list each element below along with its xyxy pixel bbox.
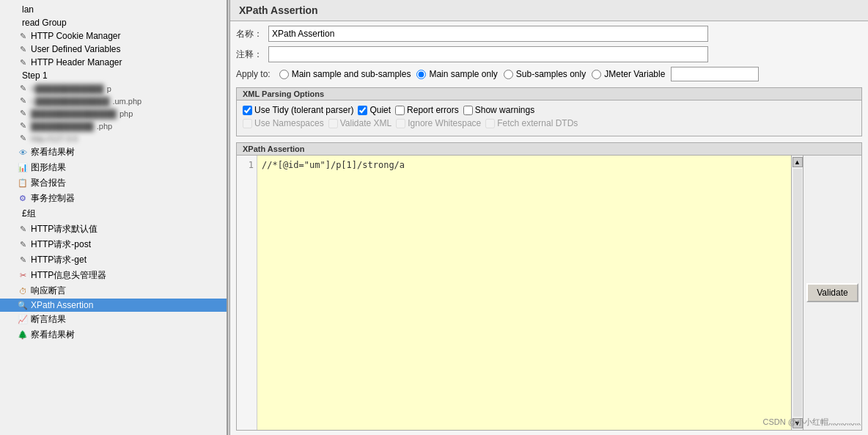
line-number-1: 1 — [240, 158, 254, 172]
xml-parsing-section: XML Parsing Options Use Tidy (tolerant p… — [236, 87, 862, 136]
comment-input[interactable] — [268, 46, 708, 62]
xpath-expression: //*[@id="um"]/p[1]/strong/a — [262, 160, 405, 170]
sidebar-item-http-req-post[interactable]: ✎ HTTP请求-post — [0, 237, 227, 252]
sidebar-item-graph-1[interactable]: 📊 图形结果 — [0, 160, 227, 175]
sidebar-item-http-req-5[interactable]: ✎ http://127.0.0 — [0, 132, 227, 145]
sidebar-item-http-header[interactable]: ✎ HTTP Header Manager — [0, 56, 227, 69]
cb-show-warnings[interactable]: Show warnings — [463, 105, 534, 115]
sidebar-item-label: 察看结果树 — [31, 329, 75, 341]
scrollbar-down-btn[interactable]: ▼ — [792, 418, 803, 428]
radio-main-only-input[interactable] — [416, 70, 426, 79]
pencil-icon: ✎ — [18, 45, 28, 54]
eye-icon: 👁 — [18, 148, 28, 157]
cb-ignore-whitespace-label: Ignore Whitespace — [408, 118, 481, 128]
chart-icon: 📊 — [18, 163, 28, 172]
cb-quiet[interactable]: Quiet — [358, 105, 391, 115]
validate-button[interactable]: Validate — [806, 283, 858, 302]
cb-validate-xml: Validate XML — [328, 118, 391, 128]
cb-report-errors[interactable]: Report errors — [395, 105, 459, 115]
sidebar-item-http-req-1[interactable]: ✎ h████████████ p — [0, 82, 227, 95]
sidebar: lan read Group ✎ HTTP Cookie Manager ✎ U… — [0, 0, 227, 435]
sidebar-item-user-vars[interactable]: ✎ User Defined Variables — [0, 43, 227, 56]
cb-report-errors-input[interactable] — [395, 106, 405, 115]
sidebar-item-http-req-default[interactable]: ✎ HTTP请求默认值 — [0, 222, 227, 237]
sidebar-item-http-req-3[interactable]: ✎ ███████████████ php — [0, 107, 227, 120]
line-numbers: 1 — [237, 156, 257, 430]
sidebar-item-transaction-1[interactable]: ⚙ 事务控制器 — [0, 191, 227, 206]
sidebar-item-http-req-4[interactable]: ✎ ███████████ .php — [0, 120, 227, 132]
cb-validate-xml-input — [328, 119, 338, 128]
sidebar-item-label: 事务控制器 — [31, 192, 75, 205]
sidebar-item-aggregate-1[interactable]: 📋 聚合报告 — [0, 175, 227, 191]
sidebar-item-label: 响应断言 — [31, 285, 66, 297]
sidebar-item-label: 断言结果 — [31, 313, 66, 326]
sidebar-item-read-group[interactable]: read Group — [0, 16, 227, 29]
pencil-icon: ✎ — [18, 58, 28, 67]
xpath-section-title: XPath Assertion — [237, 143, 861, 156]
report-icon: 📋 — [18, 178, 28, 188]
xpath-editor-area: 1 //*[@id="um"]/p[1]/strong/a ▲ ▼ Valida… — [237, 156, 861, 430]
radio-main-sub-input[interactable] — [279, 70, 289, 79]
sidebar-item-label: User Defined Variables — [31, 44, 121, 54]
name-row: 名称： XPath Assertion — [236, 26, 862, 42]
sidebar-item-http-info-header[interactable]: ✂ HTTP信息头管理器 — [0, 268, 227, 283]
radio-jmeter-var-input[interactable] — [592, 70, 601, 79]
sidebar-item-label-blurred: http://127.0.0 — [31, 134, 78, 143]
sidebar-item-http-req-get[interactable]: ✎ HTTP请求-get — [0, 252, 227, 268]
cb-ignore-whitespace-input — [396, 119, 405, 128]
editor-content[interactable]: //*[@id="um"]/p[1]/strong/a — [257, 156, 791, 430]
radio-sub-only[interactable]: Sub-samples only — [504, 69, 586, 79]
pencil-icon: ✎ — [18, 255, 28, 265]
sidebar-item-label: 图形结果 — [31, 161, 66, 174]
sidebar-item-group[interactable]: £组 — [0, 206, 227, 222]
sidebar-item-assert-results[interactable]: 📈 断言结果 — [0, 312, 227, 327]
cb-use-namespaces: Use Namespaces — [243, 118, 324, 128]
radio-sub-only-input[interactable] — [504, 70, 513, 79]
pencil-icon: ✎ — [18, 134, 28, 143]
pencil-icon: ✎ — [18, 96, 28, 106]
radio-jmeter-var[interactable]: JMeter Variable — [592, 69, 665, 79]
sidebar-item-response-assert[interactable]: ⏱ 响应断言 — [0, 283, 227, 299]
sidebar-item-label-blurred: ███████████ — [31, 122, 94, 131]
radio-main-only[interactable]: Main sample only — [416, 69, 497, 79]
scrollbar-up-btn[interactable]: ▲ — [792, 157, 803, 167]
radio-sub-only-label: Sub-samples only — [516, 69, 586, 79]
sidebar-item-http-cookie[interactable]: ✎ HTTP Cookie Manager — [0, 29, 227, 43]
xml-section-title: XML Parsing Options — [237, 88, 861, 100]
sidebar-item-label: XPath Assertion — [31, 300, 93, 310]
sidebar-item-label: lan — [22, 4, 34, 15]
cb-use-tidy[interactable]: Use Tidy (tolerant parser) — [243, 105, 353, 115]
sidebar-item-suffix: p — [107, 84, 111, 93]
cb-use-tidy-label: Use Tidy (tolerant parser) — [254, 105, 353, 115]
pencil-icon: ✎ — [18, 32, 28, 41]
cb-ignore-whitespace: Ignore Whitespace — [396, 118, 481, 128]
cb-quiet-input[interactable] — [358, 106, 367, 115]
sidebar-item-http-req-2[interactable]: ✎ L█████████████ .um.php — [0, 95, 227, 107]
radio-main-only-label: Main sample only — [429, 69, 497, 79]
comment-label: 注释： — [236, 48, 265, 61]
sidebar-item-label: HTTP请求-post — [31, 238, 91, 251]
comment-row: 注释： — [236, 46, 862, 62]
name-input[interactable]: XPath Assertion — [268, 26, 708, 42]
radio-main-sub[interactable]: Main sample and sub-samples — [279, 69, 411, 79]
editor-scrollbar[interactable]: ▲ ▼ — [791, 156, 803, 430]
sidebar-item-label: £组 — [22, 208, 36, 220]
sidebar-item-view-results-1[interactable]: 👁 察看结果树 — [0, 145, 227, 160]
xml-checkboxes-row1: Use Tidy (tolerant parser) Quiet Report … — [243, 105, 856, 115]
jmeter-var-input[interactable] — [671, 67, 759, 81]
scissors-icon: ✂ — [18, 271, 28, 280]
sidebar-item-view-results-2[interactable]: 🌲 察看结果树 — [0, 327, 227, 343]
sidebar-item-xpath-assertion[interactable]: 🔍 XPath Assertion — [0, 299, 227, 312]
scrollbar-track — [793, 169, 802, 417]
sidebar-item-label: read Group — [22, 18, 67, 28]
cb-use-tidy-input[interactable] — [243, 106, 252, 115]
cb-show-warnings-input[interactable] — [463, 106, 473, 115]
editor-wrapper: 1 //*[@id="um"]/p[1]/strong/a — [237, 156, 791, 430]
sidebar-item-step1[interactable]: Step 1 — [0, 69, 227, 82]
cb-validate-xml-label: Validate XML — [340, 118, 391, 128]
sidebar-item-lan[interactable]: lan — [0, 3, 227, 16]
sidebar-item-suffix: php — [119, 109, 133, 118]
sidebar-item-label: HTTP请求-get — [31, 254, 87, 266]
assert-icon: 📈 — [18, 315, 28, 324]
xml-section-body: Use Tidy (tolerant parser) Quiet Report … — [237, 100, 861, 136]
